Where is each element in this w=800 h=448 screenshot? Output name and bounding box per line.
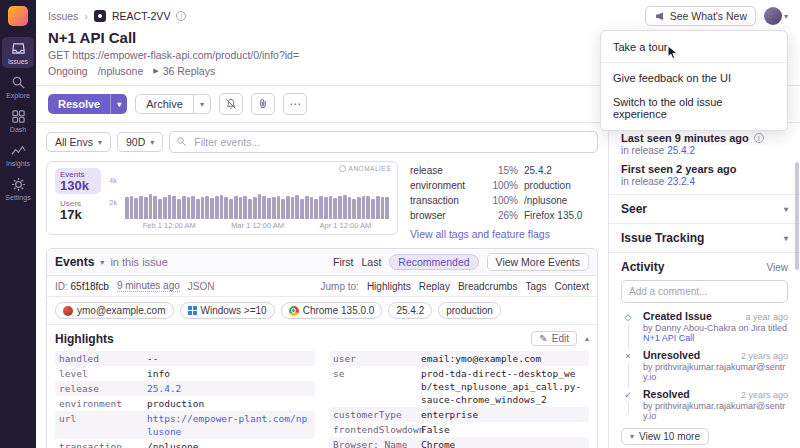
events-scope-label: in this issue [110,256,167,268]
chevron-down-icon: ▾ [98,138,102,147]
event-column: All Envs▾ 90D▾ ANOMALIES [36,123,608,448]
sidebar-item-dash[interactable]: Dash [2,105,34,136]
highlights-section: Highlights ✎ Edit ▴ handled-- level [47,325,597,448]
jump-to-label: Jump to: [321,281,359,292]
view-more-events-button[interactable]: View More Events [487,253,589,271]
user-menu-button[interactable]: ▾ [764,7,788,25]
seer-section-toggle[interactable]: Seer ▾ [621,202,788,216]
environment-chip[interactable]: production [438,302,501,319]
last-event-link[interactable]: Last [362,256,382,268]
edit-highlights-button[interactable]: ✎ Edit [531,331,577,346]
issue-transaction: /nplusone [98,65,144,77]
view-more-activity-button[interactable]: ▾ View 10 more [621,428,709,445]
sidebar-item-issues[interactable]: Issues [2,37,34,68]
events-stat-toggle[interactable]: Events 130k [55,168,101,194]
users-stat-toggle[interactable]: Users 17k [55,197,101,223]
more-actions-button[interactable]: ⋯ [283,93,307,115]
activity-title: Activity [621,260,664,274]
info-icon[interactable] [176,11,186,21]
search-icon [176,136,187,147]
jump-highlights[interactable]: Highlights [367,281,411,292]
activity-item: × Unresolved 2 years ago by prithvirajku… [621,346,788,385]
menu-item-take-a-tour[interactable]: Take a tour [601,35,787,59]
menu-item-switch-old-experience[interactable]: Switch to the old issue experience [601,90,787,126]
sentry-logo[interactable] [8,6,28,26]
last-seen-release-link[interactable]: 25.4.2 [667,145,695,156]
project-name[interactable]: REACT-2VV [112,10,170,22]
pencil-icon: ✎ [539,333,547,344]
last-seen-title: Last seen 9 minutes ago [621,132,749,144]
os-chip[interactable]: Windows >=10 [180,302,275,319]
replays-link[interactable]: ▶ 36 Replays [153,65,215,77]
breadcrumb: Issues › REACT-2VV See What's New ▾ [48,6,788,26]
jump-tags[interactable]: Tags [525,281,546,292]
bell-icon [225,98,237,110]
divider [609,252,800,253]
search-input[interactable] [169,131,598,153]
jira-issue-link[interactable]: N+1 API Call [643,333,694,343]
view-all-tags-link[interactable]: View all tags and feature flags [410,228,606,240]
tag-row: transaction 100% /nplusone [410,193,606,208]
archive-dropdown-icon[interactable]: ▾ [193,95,210,113]
users-count: 17k [60,208,96,221]
menu-item-give-feedback[interactable]: Give feedback on the UI [601,66,787,90]
event-timestamp[interactable]: 9 minutes ago [117,280,180,292]
y-tick-4k: 4k [109,176,117,185]
jump-breadcrumbs[interactable]: Breadcrumbs [458,281,517,292]
gear-icon [11,177,26,192]
activity-item: ✓ Resolved 2 years ago by prithvirajkuma… [621,385,788,424]
sidebar-item-settings[interactable]: Settings [2,173,34,204]
comment-input[interactable] [621,280,788,303]
event-bar-chart[interactable] [125,168,389,219]
chevron-down-icon[interactable]: ▾ [100,258,104,267]
browser-chip[interactable]: Chrome 135.0.0 [281,302,383,319]
breadcrumb-issues-link[interactable]: Issues [48,10,78,22]
x-axis-labels: Feb 1 12:00 AM Mar 1 12:00 AM Apr 1 12:0… [125,219,389,230]
first-seen-block: First seen 2 years ago in release 23.2.4 [621,163,788,187]
chevron-down-icon: ▾ [784,12,788,21]
recommended-pill[interactable]: Recommended [389,254,478,270]
events-section-title[interactable]: Events [55,255,94,269]
archive-button[interactable]: Archive ▾ [135,94,211,114]
resolve-button[interactable]: Resolve ▾ [48,94,127,114]
highlight-row: seprod-tda-direct--desktop_web/test_nplu… [329,366,589,407]
events-card: Events ▾ in this issue First Last Recomm… [46,248,598,448]
issue-tracking-section-toggle[interactable]: Issue Tracking ▾ [621,231,788,245]
whats-new-button[interactable]: See What's New [645,6,756,26]
jump-replay[interactable]: Replay [419,281,450,292]
play-icon: ▶ [153,67,158,75]
activity-view-dropdown[interactable]: View [767,262,789,273]
chevron-down-icon: ▾ [150,138,154,147]
info-icon[interactable] [754,133,764,143]
collapse-icon[interactable]: ▴ [585,334,589,343]
event-graph-card: ANOMALIES Events 130k Users 17k 4k [46,161,398,235]
highlights-right-column: useremail:ymo@example.com seprod-tda-dir… [329,351,589,448]
highlight-row: handled-- [55,351,315,366]
scrollbar-thumb[interactable] [795,162,799,270]
chevron-down-icon: ▾ [630,432,634,441]
first-seen-release-link[interactable]: 23.2.4 [667,176,695,187]
highlights-left-column: handled-- levelinfo release25.4.2 enviro… [55,351,315,448]
sidebar-item-insights[interactable]: Insights [2,139,34,170]
release-chip[interactable]: 25.4.2 [388,302,432,319]
chevron-down-icon: ▾ [784,205,788,214]
user-chip[interactable]: ymo@example.com [55,302,174,319]
sidebar-item-label: Explore [6,92,30,99]
json-link[interactable]: JSON [188,281,215,292]
attachments-button[interactable] [251,93,275,115]
highlight-row: useremail:ymo@example.com [329,351,589,366]
event-id[interactable]: 65f18fcb [71,281,109,292]
event-toolbar: ID: 65f18fcb 9 minutes ago JSON Jump to:… [47,276,597,297]
mouse-cursor-icon [667,45,678,60]
date-range-filter[interactable]: 90D▾ [117,132,163,152]
first-event-link[interactable]: First [333,256,353,268]
subscribe-button[interactable] [219,93,243,115]
divider [601,62,787,63]
resolve-dropdown-icon[interactable]: ▾ [110,94,127,114]
sidebar-item-label: Settings [5,194,30,201]
environment-filter[interactable]: All Envs▾ [46,132,111,152]
sidebar-item-explore[interactable]: Explore [2,71,34,102]
breadcrumb-separator-icon: › [84,10,88,22]
activity-item: ◇ Created Issue a year ago by Danny Abou… [621,307,788,346]
jump-context[interactable]: Context [555,281,589,292]
